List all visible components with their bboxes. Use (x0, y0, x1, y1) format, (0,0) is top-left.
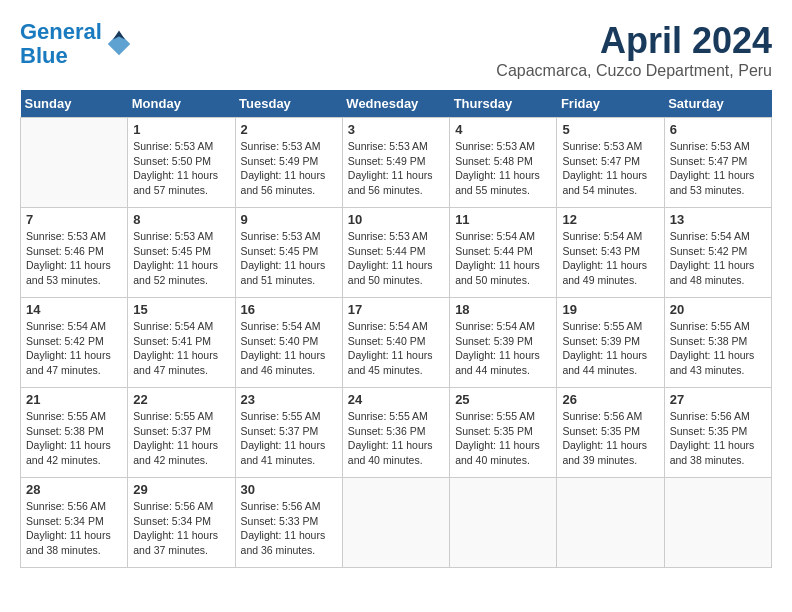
day-info: Sunrise: 5:53 AMSunset: 5:45 PMDaylight:… (133, 229, 229, 288)
calendar-cell: 18Sunrise: 5:54 AMSunset: 5:39 PMDayligh… (450, 298, 557, 388)
day-number: 4 (455, 122, 551, 137)
day-number: 6 (670, 122, 766, 137)
day-info: Sunrise: 5:53 AMSunset: 5:47 PMDaylight:… (670, 139, 766, 198)
day-info: Sunrise: 5:53 AMSunset: 5:49 PMDaylight:… (348, 139, 444, 198)
day-info: Sunrise: 5:54 AMSunset: 5:44 PMDaylight:… (455, 229, 551, 288)
day-number: 14 (26, 302, 122, 317)
day-info: Sunrise: 5:55 AMSunset: 5:38 PMDaylight:… (670, 319, 766, 378)
day-number: 17 (348, 302, 444, 317)
header-row: SundayMondayTuesdayWednesdayThursdayFrid… (21, 90, 772, 118)
day-info: Sunrise: 5:54 AMSunset: 5:42 PMDaylight:… (26, 319, 122, 378)
week-row-3: 14Sunrise: 5:54 AMSunset: 5:42 PMDayligh… (21, 298, 772, 388)
day-info: Sunrise: 5:56 AMSunset: 5:35 PMDaylight:… (562, 409, 658, 468)
day-number: 12 (562, 212, 658, 227)
header-day-thursday: Thursday (450, 90, 557, 118)
calendar-cell: 10Sunrise: 5:53 AMSunset: 5:44 PMDayligh… (342, 208, 449, 298)
day-number: 22 (133, 392, 229, 407)
month-title: April 2024 (496, 20, 772, 62)
week-row-4: 21Sunrise: 5:55 AMSunset: 5:38 PMDayligh… (21, 388, 772, 478)
day-info: Sunrise: 5:53 AMSunset: 5:46 PMDaylight:… (26, 229, 122, 288)
calendar-cell: 11Sunrise: 5:54 AMSunset: 5:44 PMDayligh… (450, 208, 557, 298)
calendar-cell: 4Sunrise: 5:53 AMSunset: 5:48 PMDaylight… (450, 118, 557, 208)
week-row-5: 28Sunrise: 5:56 AMSunset: 5:34 PMDayligh… (21, 478, 772, 568)
day-number: 27 (670, 392, 766, 407)
day-info: Sunrise: 5:54 AMSunset: 5:43 PMDaylight:… (562, 229, 658, 288)
calendar-cell: 27Sunrise: 5:56 AMSunset: 5:35 PMDayligh… (664, 388, 771, 478)
title-area: April 2024 Capacmarca, Cuzco Department,… (496, 20, 772, 80)
calendar-body: 1Sunrise: 5:53 AMSunset: 5:50 PMDaylight… (21, 118, 772, 568)
day-info: Sunrise: 5:54 AMSunset: 5:40 PMDaylight:… (348, 319, 444, 378)
calendar-cell: 13Sunrise: 5:54 AMSunset: 5:42 PMDayligh… (664, 208, 771, 298)
day-number: 28 (26, 482, 122, 497)
header-day-monday: Monday (128, 90, 235, 118)
calendar-cell: 20Sunrise: 5:55 AMSunset: 5:38 PMDayligh… (664, 298, 771, 388)
calendar-header: SundayMondayTuesdayWednesdayThursdayFrid… (21, 90, 772, 118)
header-day-sunday: Sunday (21, 90, 128, 118)
calendar-cell: 1Sunrise: 5:53 AMSunset: 5:50 PMDaylight… (128, 118, 235, 208)
header-day-friday: Friday (557, 90, 664, 118)
calendar-cell: 21Sunrise: 5:55 AMSunset: 5:38 PMDayligh… (21, 388, 128, 478)
day-info: Sunrise: 5:54 AMSunset: 5:41 PMDaylight:… (133, 319, 229, 378)
calendar-cell: 12Sunrise: 5:54 AMSunset: 5:43 PMDayligh… (557, 208, 664, 298)
day-info: Sunrise: 5:55 AMSunset: 5:37 PMDaylight:… (241, 409, 337, 468)
location-subtitle: Capacmarca, Cuzco Department, Peru (496, 62, 772, 80)
day-info: Sunrise: 5:55 AMSunset: 5:36 PMDaylight:… (348, 409, 444, 468)
logo-icon (104, 29, 134, 59)
day-info: Sunrise: 5:55 AMSunset: 5:37 PMDaylight:… (133, 409, 229, 468)
calendar-cell: 24Sunrise: 5:55 AMSunset: 5:36 PMDayligh… (342, 388, 449, 478)
header-day-tuesday: Tuesday (235, 90, 342, 118)
calendar-cell: 7Sunrise: 5:53 AMSunset: 5:46 PMDaylight… (21, 208, 128, 298)
calendar-cell: 17Sunrise: 5:54 AMSunset: 5:40 PMDayligh… (342, 298, 449, 388)
day-number: 18 (455, 302, 551, 317)
week-row-1: 1Sunrise: 5:53 AMSunset: 5:50 PMDaylight… (21, 118, 772, 208)
day-number: 24 (348, 392, 444, 407)
calendar-cell: 14Sunrise: 5:54 AMSunset: 5:42 PMDayligh… (21, 298, 128, 388)
header-day-wednesday: Wednesday (342, 90, 449, 118)
day-number: 16 (241, 302, 337, 317)
day-number: 20 (670, 302, 766, 317)
calendar-table: SundayMondayTuesdayWednesdayThursdayFrid… (20, 90, 772, 568)
calendar-cell (342, 478, 449, 568)
day-number: 30 (241, 482, 337, 497)
day-number: 15 (133, 302, 229, 317)
logo: GeneralBlue (20, 20, 134, 68)
day-number: 21 (26, 392, 122, 407)
day-info: Sunrise: 5:56 AMSunset: 5:35 PMDaylight:… (670, 409, 766, 468)
day-info: Sunrise: 5:56 AMSunset: 5:34 PMDaylight:… (26, 499, 122, 558)
day-number: 3 (348, 122, 444, 137)
calendar-cell (21, 118, 128, 208)
day-number: 26 (562, 392, 658, 407)
calendar-cell: 28Sunrise: 5:56 AMSunset: 5:34 PMDayligh… (21, 478, 128, 568)
day-number: 8 (133, 212, 229, 227)
week-row-2: 7Sunrise: 5:53 AMSunset: 5:46 PMDaylight… (21, 208, 772, 298)
calendar-cell: 16Sunrise: 5:54 AMSunset: 5:40 PMDayligh… (235, 298, 342, 388)
day-info: Sunrise: 5:53 AMSunset: 5:50 PMDaylight:… (133, 139, 229, 198)
day-number: 2 (241, 122, 337, 137)
day-info: Sunrise: 5:53 AMSunset: 5:47 PMDaylight:… (562, 139, 658, 198)
calendar-cell: 6Sunrise: 5:53 AMSunset: 5:47 PMDaylight… (664, 118, 771, 208)
calendar-cell (450, 478, 557, 568)
day-info: Sunrise: 5:53 AMSunset: 5:44 PMDaylight:… (348, 229, 444, 288)
day-info: Sunrise: 5:56 AMSunset: 5:33 PMDaylight:… (241, 499, 337, 558)
day-number: 25 (455, 392, 551, 407)
day-number: 19 (562, 302, 658, 317)
day-info: Sunrise: 5:55 AMSunset: 5:39 PMDaylight:… (562, 319, 658, 378)
calendar-cell (664, 478, 771, 568)
page-header: GeneralBlue April 2024 Capacmarca, Cuzco… (20, 20, 772, 80)
day-info: Sunrise: 5:53 AMSunset: 5:45 PMDaylight:… (241, 229, 337, 288)
day-info: Sunrise: 5:53 AMSunset: 5:48 PMDaylight:… (455, 139, 551, 198)
calendar-cell: 19Sunrise: 5:55 AMSunset: 5:39 PMDayligh… (557, 298, 664, 388)
day-number: 5 (562, 122, 658, 137)
day-info: Sunrise: 5:56 AMSunset: 5:34 PMDaylight:… (133, 499, 229, 558)
day-info: Sunrise: 5:55 AMSunset: 5:35 PMDaylight:… (455, 409, 551, 468)
day-info: Sunrise: 5:54 AMSunset: 5:42 PMDaylight:… (670, 229, 766, 288)
calendar-cell: 5Sunrise: 5:53 AMSunset: 5:47 PMDaylight… (557, 118, 664, 208)
day-info: Sunrise: 5:54 AMSunset: 5:39 PMDaylight:… (455, 319, 551, 378)
day-number: 1 (133, 122, 229, 137)
day-number: 9 (241, 212, 337, 227)
day-info: Sunrise: 5:53 AMSunset: 5:49 PMDaylight:… (241, 139, 337, 198)
day-number: 7 (26, 212, 122, 227)
calendar-cell: 23Sunrise: 5:55 AMSunset: 5:37 PMDayligh… (235, 388, 342, 478)
day-number: 13 (670, 212, 766, 227)
header-day-saturday: Saturday (664, 90, 771, 118)
